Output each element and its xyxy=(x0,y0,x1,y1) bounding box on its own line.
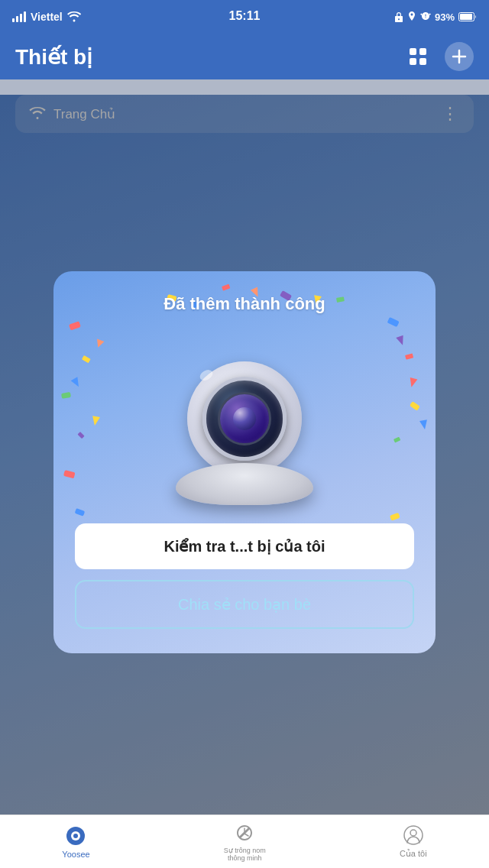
alarm-icon xyxy=(420,11,431,22)
grid-view-button[interactable] xyxy=(403,42,432,71)
svg-rect-2 xyxy=(410,48,416,55)
camera-lens-core xyxy=(233,407,256,430)
tab-bar: Yoosee Sự trông nom thông minh Của tôi xyxy=(0,815,489,868)
svg-rect-14 xyxy=(387,317,400,327)
battery-icon xyxy=(458,12,477,21)
svg-point-36 xyxy=(410,830,416,836)
svg-rect-7 xyxy=(82,355,91,363)
modal-overlay: Đã thêm thành công Kiểm tra t...t bị của… xyxy=(0,95,489,830)
svg-rect-3 xyxy=(419,48,426,55)
camera-lens-outer xyxy=(202,377,287,461)
success-title: Đã thêm thành công xyxy=(164,294,325,314)
svg-rect-10 xyxy=(63,470,76,478)
svg-rect-17 xyxy=(393,437,400,443)
camera-lens-inner xyxy=(218,392,271,445)
svg-marker-20 xyxy=(419,419,429,430)
svg-rect-16 xyxy=(410,401,420,411)
svg-rect-28 xyxy=(75,508,86,517)
svg-rect-1 xyxy=(460,14,472,20)
svg-rect-9 xyxy=(77,432,84,439)
share-with-friends-button[interactable]: Chia sẻ cho bạn bè xyxy=(75,580,414,629)
grid-icon xyxy=(407,46,429,67)
svg-rect-24 xyxy=(336,296,345,303)
me-tab-label: Của tôi xyxy=(400,849,427,859)
add-device-button[interactable] xyxy=(445,42,474,71)
battery-percent: 93% xyxy=(435,11,455,23)
svg-rect-30 xyxy=(390,513,400,521)
status-time: 15:11 xyxy=(229,9,261,23)
svg-rect-22 xyxy=(222,284,230,291)
plus-icon xyxy=(451,48,468,65)
tab-smart-monitor[interactable]: Sự trông nom thông minh xyxy=(199,818,290,866)
signal-icon xyxy=(12,11,26,22)
nav-icons xyxy=(403,42,474,71)
svg-marker-11 xyxy=(95,339,105,349)
status-left: Viettel xyxy=(12,11,81,23)
svg-rect-5 xyxy=(419,58,426,65)
svg-rect-8 xyxy=(61,392,71,399)
svg-point-34 xyxy=(73,834,78,838)
smart-monitor-tab-icon xyxy=(234,822,255,844)
tab-yoosee[interactable]: Yoosee xyxy=(47,821,105,863)
lock-icon xyxy=(394,11,403,22)
svg-rect-15 xyxy=(405,353,413,359)
status-right: 93% xyxy=(394,11,477,23)
lens-highlight xyxy=(198,368,215,382)
yoosee-tab-label: Yoosee xyxy=(62,850,89,859)
svg-rect-6 xyxy=(69,321,81,330)
svg-marker-13 xyxy=(91,416,100,426)
location-icon xyxy=(407,11,416,22)
me-tab-icon xyxy=(403,824,424,846)
camera-illustration xyxy=(160,329,329,505)
camera-head xyxy=(187,361,302,476)
camera-base xyxy=(176,463,313,505)
main-content: Trang Chủ ⋮ xyxy=(0,95,489,830)
svg-marker-18 xyxy=(396,335,406,347)
check-device-button[interactable]: Kiểm tra t...t bị của tôi xyxy=(75,523,414,569)
page-title: Thiết bị xyxy=(15,44,92,70)
svg-rect-4 xyxy=(410,58,416,65)
wifi-icon xyxy=(67,11,81,22)
status-bar: Viettel 15:11 93% xyxy=(0,0,489,34)
svg-marker-12 xyxy=(71,377,83,388)
yoosee-tab-icon xyxy=(65,825,86,847)
success-modal: Đã thêm thành công Kiểm tra t...t bị của… xyxy=(53,271,436,653)
top-nav: Thiết bị xyxy=(0,34,489,79)
svg-marker-19 xyxy=(408,377,418,388)
carrier-label: Viettel xyxy=(31,11,63,23)
tab-me[interactable]: Của tôi xyxy=(384,820,442,863)
smart-monitor-tab-label: Sự trông nom thông minh xyxy=(214,847,275,862)
